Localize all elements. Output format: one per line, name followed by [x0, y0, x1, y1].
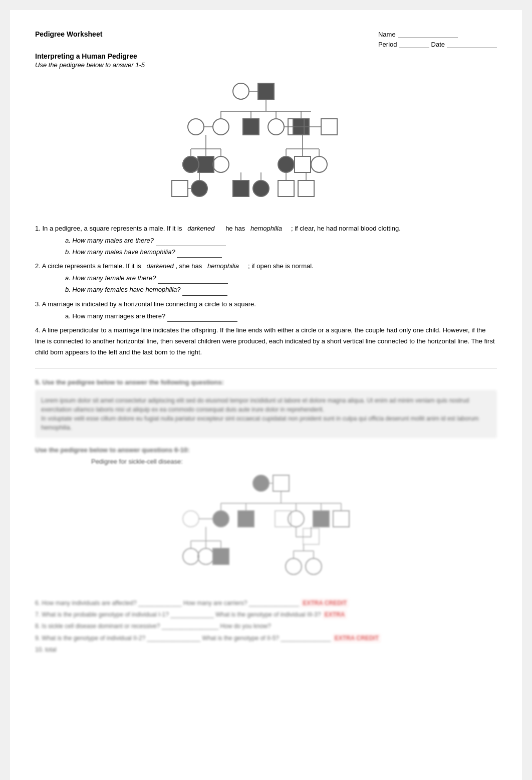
- svg-point-34: [183, 156, 199, 172]
- q2-suffix: ; if open she is normal.: [248, 262, 314, 270]
- svg-rect-23: [198, 156, 214, 172]
- q3a-text: a. How many marriages are there?: [65, 312, 165, 320]
- svg-point-33: [311, 156, 327, 172]
- svg-point-68: [183, 548, 199, 564]
- svg-point-13: [188, 119, 204, 135]
- q1-darkened: darkened: [187, 225, 214, 232]
- svg-point-82: [306, 558, 322, 574]
- period-field[interactable]: [399, 40, 429, 48]
- q2b-answer[interactable]: [182, 288, 227, 296]
- svg-rect-40: [233, 180, 249, 197]
- svg-rect-55: [238, 511, 254, 527]
- svg-point-53: [213, 511, 229, 527]
- q3-text: 3. A marriage is indicated by a horizont…: [35, 300, 256, 308]
- svg-rect-62: [313, 511, 329, 527]
- q2a: a. How many female are there?: [65, 273, 497, 284]
- svg-rect-46: [298, 180, 314, 197]
- q2a-answer[interactable]: [158, 276, 228, 284]
- header-right: Name Period Date: [378, 30, 497, 48]
- section-subtitle: Use the pedigree below to answer 1-5: [35, 61, 497, 69]
- q2a-text: a. How many female are there?: [65, 274, 156, 282]
- q1-suffix: ; if clear, he had normal blood clotting…: [291, 225, 401, 232]
- question-4-block: 4. A line perpendicular to a marriage li…: [35, 325, 497, 358]
- q1-middle: he has: [225, 225, 245, 232]
- blurred-pedigree-title: Use the pedigree below to answer questio…: [35, 446, 497, 454]
- header-left: Pedigree Worksheet: [35, 30, 102, 48]
- svg-point-25: [213, 156, 229, 172]
- svg-rect-35: [172, 180, 188, 197]
- name-field[interactable]: [398, 30, 458, 38]
- question-1-text: 1. In a pedigree, a square represents a …: [35, 223, 497, 234]
- svg-point-6: [213, 119, 229, 135]
- date-field[interactable]: [447, 40, 497, 48]
- date-label: Date: [431, 41, 445, 48]
- section-title: Interpreting a Human Pedigree: [35, 52, 497, 60]
- q4-text: 4. A line perpendicular to a marriage li…: [35, 326, 495, 356]
- questions: 1. In a pedigree, a square represents a …: [35, 223, 497, 358]
- q1b-answer[interactable]: [177, 250, 222, 258]
- pedigree-diagram-2: [35, 468, 497, 599]
- svg-point-29: [278, 156, 294, 172]
- period-date-line: Period Date: [378, 40, 497, 48]
- question-2-text: 2. A circle represents a female. If it i…: [35, 261, 497, 272]
- svg-point-60: [288, 511, 304, 527]
- blurred-questions-bottom: 6. How many individuals are affected? __…: [35, 599, 497, 655]
- header: Pedigree Worksheet Name Period Date: [35, 30, 497, 48]
- svg-point-70: [198, 548, 214, 564]
- svg-rect-31: [295, 156, 311, 172]
- svg-point-56: [183, 511, 199, 527]
- q1a-text: a. How many males are there?: [65, 237, 154, 244]
- svg-rect-1: [258, 83, 274, 99]
- name-label: Name: [378, 31, 396, 38]
- q3a: a. How many marriages are there?: [65, 311, 497, 322]
- svg-point-47: [253, 475, 269, 491]
- svg-rect-48: [273, 475, 289, 491]
- name-line: Name: [378, 30, 497, 38]
- period-label: Period: [378, 41, 397, 48]
- svg-point-80: [286, 558, 302, 574]
- divider-1: [35, 368, 497, 368]
- q2-hemophilia: hemophilia: [207, 262, 239, 270]
- svg-rect-64: [333, 511, 349, 527]
- q1a-answer[interactable]: [156, 239, 226, 246]
- svg-rect-72: [213, 548, 229, 564]
- svg-point-0: [233, 83, 249, 99]
- q2-middle: , she has: [175, 262, 202, 270]
- q2b-text: b. How many females have hemophilia?: [65, 286, 181, 293]
- q1b-text: b. How many males have hemophilia?: [65, 248, 175, 256]
- page: Pedigree Worksheet Name Period Date Inte…: [10, 10, 522, 780]
- q1a: a. How many males are there?: [65, 235, 497, 246]
- q2b: b. How many females have hemophilia?: [65, 284, 497, 295]
- worksheet-title: Pedigree Worksheet: [35, 30, 102, 38]
- question-2-block: 2. A circle represents a female. If it i…: [35, 261, 497, 295]
- svg-rect-16: [321, 119, 337, 135]
- svg-point-42: [253, 180, 269, 197]
- blurred-title-1: 5. Use the pedigree below to answer the …: [35, 378, 497, 386]
- question-3-text: 3. A marriage is indicated by a horizont…: [35, 299, 497, 310]
- blurred-subtitle-2: Pedigree for sickle-cell disease:: [35, 458, 497, 465]
- q1-prefix: 1. In a pedigree, a square represents a …: [35, 225, 182, 232]
- question-1-block: 1. In a pedigree, a square represents a …: [35, 223, 497, 258]
- q1-hemophilia: hemophilia: [250, 225, 282, 232]
- q1b: b. How many males have hemophilia?: [65, 247, 497, 258]
- q2-prefix: 2. A circle represents a female. If it i…: [35, 262, 141, 270]
- svg-rect-57: [275, 511, 291, 527]
- svg-point-38: [191, 180, 207, 197]
- blurred-text-1: Lorem ipsum dolor sit amet consectetur a…: [35, 390, 497, 438]
- svg-rect-8: [243, 119, 259, 135]
- question-3-block: 3. A marriage is indicated by a horizont…: [35, 299, 497, 322]
- q2-darkened: darkened: [147, 262, 174, 270]
- svg-point-10: [268, 119, 284, 135]
- question-4-text: 4. A line perpendicular to a marriage li…: [35, 325, 497, 358]
- pedigree-diagram-1: [35, 74, 497, 214]
- q3a-answer[interactable]: [167, 314, 237, 322]
- svg-rect-44: [278, 180, 294, 197]
